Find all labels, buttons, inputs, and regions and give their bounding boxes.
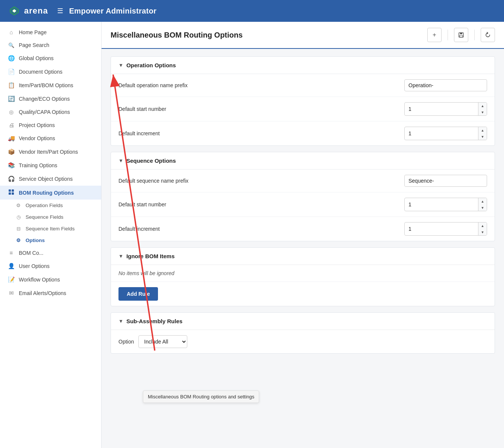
sidebar-item-training-options[interactable]: 📚 Training Options [0,159,101,172]
project-icon: 🖨 [8,122,15,128]
sequence-start-number-field[interactable] [405,199,478,210]
sidebar-item-change-eco[interactable]: 🔄 Change/ECO Options [0,92,101,106]
sidebar-sub-label: Sequence Item Fields [26,226,75,232]
vendor-icon: 🚚 [8,135,15,142]
spin-up-button[interactable]: ▲ [478,103,487,109]
sidebar: ⌂ Home Page 🔍 Page Search 🌐 Global Optio… [0,22,102,448]
section-title: Ignore BOM Items [126,253,175,259]
svg-rect-9 [460,33,462,34]
sequence-options-section: ▼ Sequence Options Default sequence name… [111,152,495,241]
sidebar-item-label: Home Page [19,29,47,35]
sidebar-item-page-search[interactable]: 🔍 Page Search [0,39,101,51]
spin-down-button[interactable]: ▼ [478,109,487,115]
operation-options-section: ▼ Operation Options Default operation na… [111,56,495,146]
spin-up-button-3[interactable]: ▲ [478,198,487,204]
include-all-select[interactable]: Include All Exclude All Custom [138,335,187,348]
operation-start-number-field[interactable] [405,103,478,115]
sidebar-item-document-options[interactable]: 📄 Document Options [0,65,101,79]
sequence-start-number-label: Default start number [118,201,398,207]
list-icon: 📋 [8,82,15,89]
sidebar-item-vendor-item-part[interactable]: 📦 Vendor Item/Part Options [0,145,101,159]
sidebar-item-home[interactable]: ⌂ Home Page [0,26,101,39]
sequence-increment-label: Default increment [118,226,398,232]
sequence-name-prefix-input[interactable] [404,175,487,187]
page-title: Miscellaneous BOM Routing Options [111,31,421,39]
tooltip-text: Miscellaneous BOM Routing options and se… [148,394,254,400]
sequence-start-number-input[interactable]: ▲ ▼ [404,198,487,211]
sidebar-sub-label: Sequence Fields [26,214,64,220]
operation-start-number-input[interactable]: ▲ ▼ [404,102,487,116]
arena-wordmark: arena [24,6,48,16]
bom-compliance-icon: ≡ [8,250,15,256]
sidebar-item-vendor-options[interactable]: 🚚 Vendor Options [0,132,101,145]
header-title: Empower Administrator [69,7,156,15]
sequence-increment-field[interactable] [405,223,478,235]
ignore-bom-header[interactable]: ▼ Ignore BOM Items [111,248,495,265]
add-button[interactable]: + [427,28,442,42]
sidebar-item-email-alerts[interactable]: ✉ Email Alerts/Options [0,286,101,300]
content-area: ▼ Operation Options Default operation na… [102,49,504,367]
sub-assembly-header[interactable]: ▼ Sub-Assembly Rules [111,313,495,330]
sidebar-sub-sequence-fields[interactable]: ◷ Sequence Fields [15,211,101,223]
sidebar-item-bom-compliance[interactable]: ≡ BOM Co... [0,246,101,259]
document-icon: 📄 [8,68,15,75]
sequence-name-prefix-row: Default sequence name prefix [111,170,495,192]
sidebar-item-label: Vendor Item/Part Options [19,149,78,155]
sidebar-item-label: Page Search [19,42,49,48]
chevron-down-icon-3: ▼ [118,253,123,259]
home-icon: ⌂ [8,29,15,35]
operation-name-prefix-row: Default operation name prefix [111,74,495,97]
operation-increment-field[interactable] [405,128,478,139]
operation-start-number-row: Default start number ▲ ▼ [111,97,495,121]
bom-routing-icon [8,189,15,196]
operation-name-prefix-input[interactable] [404,79,487,91]
sequence-start-number-row: Default start number ▲ ▼ [111,192,495,217]
menu-icon[interactable]: ☰ [57,7,63,15]
sidebar-sub-items: ⚙ Operation Fields ◷ Sequence Fields ⊟ S… [0,200,101,246]
sidebar-sub-operation-fields[interactable]: ⚙ Operation Fields [15,200,101,211]
operation-increment-input[interactable]: ▲ ▼ [404,127,487,140]
spin-buttons-2: ▲ ▼ [478,127,487,140]
spin-buttons-3: ▲ ▼ [478,198,487,211]
email-icon: ✉ [8,290,15,297]
sidebar-sub-options[interactable]: ⚙ Options [15,235,101,246]
sidebar-item-global-options[interactable]: 🌐 Global Options [0,51,101,65]
page-header: Miscellaneous BOM Routing Options + [102,22,504,49]
refresh-button[interactable] [481,28,495,42]
save-icon [458,32,464,38]
sidebar-sub-sequence-item-fields[interactable]: ⊟ Sequence Item Fields [15,223,101,235]
sidebar-item-workflow-options[interactable]: 📝 Workflow Options [0,273,101,286]
operation-increment-label: Default increment [118,130,398,136]
svg-rect-6 [9,192,11,195]
table-icon: ⊟ [15,226,22,232]
add-rule-button[interactable]: Add Rule [118,287,158,301]
sidebar-sub-label: Options [26,238,45,243]
options-gear-icon: ⚙ [15,238,22,243]
sidebar-item-label: User Options [19,263,50,269]
logo: arena [8,4,48,18]
sidebar-item-project-options[interactable]: 🖨 Project Options [0,118,101,132]
toolbar-divider [448,30,448,40]
spin-up-button-4[interactable]: ▲ [478,222,487,229]
sidebar-item-user-options[interactable]: 👤 User Options [0,259,101,273]
sequence-options-header[interactable]: ▼ Sequence Options [111,152,495,170]
spin-down-button-3[interactable]: ▼ [478,204,487,211]
ignore-bom-section: ▼ Ignore BOM Items No items will be igno… [111,247,495,306]
training-icon: 📚 [8,162,15,169]
sequence-increment-input[interactable]: ▲ ▼ [404,222,487,236]
spin-down-button-2[interactable]: ▼ [478,133,487,140]
sidebar-item-label: Project Options [19,122,55,128]
operation-options-header[interactable]: ▼ Operation Options [111,57,495,74]
clock-icon: ◷ [15,214,22,220]
spin-down-button-4[interactable]: ▼ [478,229,487,235]
toolbar-divider-2 [474,30,475,40]
sidebar-item-quality-capa[interactable]: ◎ Quality/CAPA Options [0,106,101,118]
save-button[interactable] [454,28,468,42]
spin-buttons-4: ▲ ▼ [478,222,487,235]
sidebar-item-label: Quality/CAPA Options [19,109,70,115]
sidebar-item-service-object[interactable]: 🎧 Service Object Options [0,172,101,186]
spin-up-button-2[interactable]: ▲ [478,127,487,133]
arena-logo-icon [8,4,21,18]
sidebar-item-bom-routing[interactable]: BOM Routing Options [0,186,101,200]
sidebar-item-item-part-bom[interactable]: 📋 Item/Part/BOM Options [0,79,101,92]
